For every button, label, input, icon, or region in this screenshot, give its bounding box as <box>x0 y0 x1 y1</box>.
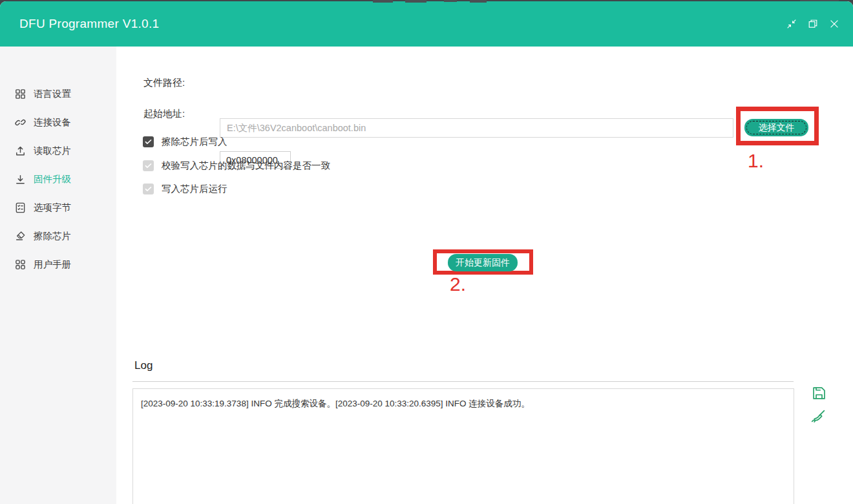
start-update-button[interactable]: 开始更新固件 <box>448 254 518 271</box>
checkbox-run-after-write: 写入芯片后运行 <box>143 182 227 196</box>
checkbox-label: 写入芯片后运行 <box>162 183 227 195</box>
app-window: DFU Programmer V1.0.1 <box>0 1 853 504</box>
restore-icon[interactable] <box>807 18 819 30</box>
eraser-icon <box>14 230 26 242</box>
grid-icon <box>14 88 26 100</box>
sidebar-item-connect-device[interactable]: 连接设备 <box>0 112 116 132</box>
file-path-input[interactable] <box>220 118 733 138</box>
sidebar-item-label: 固件升级 <box>34 173 71 185</box>
clear-log-icon[interactable] <box>809 408 827 425</box>
sidebar-item-label: 选项字节 <box>34 202 71 214</box>
checkbox-erase-before-write[interactable]: 擦除芯片后写入 <box>143 134 227 149</box>
sidebar-item-label: 连接设备 <box>34 116 71 129</box>
title-bar: DFU Programmer V1.0.1 <box>0 1 853 47</box>
window-title: DFU Programmer V1.0.1 <box>19 1 159 47</box>
log-divider <box>132 381 794 382</box>
sidebar-item-label: 用户手册 <box>34 258 71 271</box>
checkbox-checked-icon <box>143 184 154 194</box>
main-panel: 文件路径: 选择文件 1. 起始地址: 擦除芯片后写入 校验写入芯片的数据与文件… <box>116 47 853 504</box>
screen-edge-artifact <box>470 0 487 3</box>
screen-edge-artifact <box>405 0 426 3</box>
checkbox-checked-icon <box>143 160 154 171</box>
log-output[interactable]: [2023-09-20 10:33:19.3738] INFO 完成搜索设备。[… <box>132 388 794 504</box>
select-file-button[interactable]: 选择文件 <box>744 119 808 136</box>
checkbox-verify-data: 校验写入芯片的数据与文件内容是否一致 <box>143 158 330 173</box>
download-icon <box>14 173 26 185</box>
sidebar-item-option-bytes[interactable]: 选项字节 <box>0 197 116 218</box>
log-content: [2023-09-20 10:33:19.3738] INFO 完成搜索设备。[… <box>133 389 794 419</box>
sidebar-item-label: 语言设置 <box>34 88 71 100</box>
sidebar-item-read-chip[interactable]: 读取芯片 <box>0 140 116 161</box>
sidebar-item-label: 读取芯片 <box>34 145 71 157</box>
screen-edge-artifact <box>373 0 393 3</box>
annotation-step-2: 2. <box>450 273 466 295</box>
grid-rounded-icon <box>14 258 26 271</box>
sidebar-item-user-manual[interactable]: 用户手册 <box>0 254 116 275</box>
sidebar-item-label: 擦除芯片 <box>34 230 71 242</box>
log-heading: Log <box>134 359 153 372</box>
sidebar: 语言设置 连接设备 读取芯片 <box>0 47 116 504</box>
checkbox-label: 擦除芯片后写入 <box>162 136 227 148</box>
checkbox-label: 校验写入芯片的数据与文件内容是否一致 <box>162 160 330 172</box>
window-controls <box>786 18 840 30</box>
sidebar-item-erase-chip[interactable]: 擦除芯片 <box>0 226 116 246</box>
start-address-label: 起始地址: <box>143 105 185 122</box>
upload-icon <box>14 145 26 157</box>
checklist-icon <box>14 202 26 214</box>
screen-edge-artifact <box>444 0 457 2</box>
close-icon[interactable] <box>828 18 840 30</box>
collapse-icon[interactable] <box>786 18 797 30</box>
select-file-button-label: 选择文件 <box>759 122 795 132</box>
sidebar-item-firmware-upgrade[interactable]: 固件升级 <box>0 169 116 189</box>
sidebar-item-language-settings[interactable]: 语言设置 <box>0 83 116 104</box>
file-path-label: 文件路径: <box>143 73 185 92</box>
link-icon <box>14 116 26 129</box>
save-log-icon[interactable] <box>810 384 828 402</box>
checkbox-checked-icon[interactable] <box>143 136 154 147</box>
annotation-step-1: 1. <box>748 150 764 172</box>
